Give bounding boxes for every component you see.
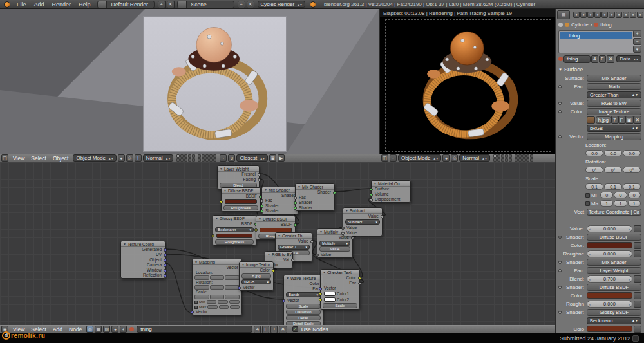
val-input-socket-icon[interactable] [260,199,263,203]
node-mix-shader-3[interactable]: ▼Mix ShaderShaderFacShaderShader [295,183,335,211]
layer-cell[interactable] [530,154,533,158]
camera-view-frame[interactable] [143,16,287,152]
slot-remove-button[interactable]: − [633,38,641,45]
node-diffuse-bsdf-1[interactable]: ▼Diffuse BSDFBSDFRoughness [221,187,261,212]
layer-cell[interactable] [515,154,518,158]
add-scene-button[interactable]: + [238,1,245,8]
prop-menu-16[interactable]: Texture Coordinate | Ca [587,209,641,216]
vec-output-socket-icon[interactable] [164,254,167,257]
menu-select[interactable]: Select [28,155,50,162]
node-header[interactable]: ▼Texture Coord [121,241,165,247]
prop-menu-22[interactable]: Layer Weight [587,267,641,274]
prop-menu-21[interactable]: Mix Shader [587,259,641,266]
node-vector-field[interactable] [225,275,240,280]
vec-input-socket-icon[interactable] [191,311,194,314]
tab-modifiers[interactable]: ● [609,12,615,18]
prop-extra-button[interactable] [634,275,641,283]
layer-cell[interactable] [501,154,504,158]
layer-cell[interactable] [188,154,191,158]
node-minmax-field[interactable] [219,305,229,309]
layer-cell[interactable] [509,158,512,162]
image-name-field[interactable]: h.jpg [596,116,611,124]
prop-menu-24[interactable]: Diffuse BSDF [587,284,641,291]
val-output-socket-icon[interactable] [358,282,361,285]
world-shader-icon[interactable]: ◐ [120,326,127,333]
node-vector-field[interactable] [194,295,209,299]
tab-data[interactable]: ● [616,12,622,18]
val-output-socket-icon[interactable] [310,240,314,243]
render-result-view[interactable]: Elapsed: 00:13.08 | Rendering | Path Tra… [380,9,555,154]
tab-world[interactable]: ● [587,12,594,18]
node-mix-shader-2[interactable]: ▼Mix ShaderShaderFacShaderShader [261,187,299,214]
unlink-button[interactable]: ✕ [607,55,614,63]
node-vector-field[interactable] [210,275,225,280]
orientation-selector[interactable]: Normal ▲▼ [143,154,174,162]
layer-cell[interactable] [180,154,184,158]
layer-cell[interactable] [188,158,191,162]
number-field[interactable]: 0.0 [585,150,603,156]
snap-mode-selector[interactable]: Closest ▲▼ [236,154,268,162]
layer-cell[interactable] [505,154,508,158]
val-output-socket-icon[interactable] [381,215,384,218]
node-dropdown[interactable]: Beckmann▾ [215,227,254,232]
vec-input-socket-icon[interactable] [319,287,322,290]
prop-menu-0[interactable]: Mix Shader [587,75,641,82]
layer-cell[interactable] [176,154,180,158]
color-input-socket-icon[interactable] [211,234,214,237]
layer-cell[interactable] [209,154,213,158]
image-users-badge[interactable]: 7 [611,116,618,124]
vec-output-socket-icon[interactable] [164,269,167,272]
open-image-button[interactable]: ▣ [625,116,634,124]
node-vector-field[interactable] [210,285,225,290]
sh-output-socket-icon[interactable] [333,191,336,194]
mode-selector-right[interactable]: Object Mode ▲▼ [398,154,441,162]
layer-cell[interactable] [526,158,529,162]
node-subtract-8[interactable]: ▼SubtractValueSubtract▾ValueValue [343,207,383,236]
node-vector-field[interactable] [194,275,209,280]
node-field[interactable]: h.jpg [242,273,271,279]
vec-output-socket-icon[interactable] [164,259,167,262]
layer-cell[interactable] [180,158,184,162]
node-vector-field[interactable] [194,285,209,290]
color-input-socket-icon[interactable] [319,298,322,301]
slot-add-button[interactable]: + [633,30,641,37]
breadcrumb-object[interactable]: Cylinde [571,22,589,28]
node-header[interactable]: ▼Material Ou [372,181,410,187]
layer-cell[interactable] [518,158,522,162]
prop-value-slider-26[interactable]: ‹0.000› [587,301,632,308]
layer-cell[interactable] [515,158,518,162]
node-minmax-field[interactable] [229,300,240,304]
prop-dropdown-28[interactable]: Beckmann▲▼ [587,317,641,324]
number-field[interactable]: 1 [600,200,613,207]
bottom-corner-button[interactable] [632,335,639,342]
menu-render[interactable]: Render [48,1,75,8]
node-vector-field[interactable] [210,295,225,299]
min-max-checkbox[interactable] [585,193,590,198]
prop-dropdown-2[interactable]: Greater Than▲▼ [587,91,641,98]
number-field[interactable]: 0° [623,167,641,173]
val-output-socket-icon[interactable] [258,178,261,181]
node-field[interactable]: Scale [323,303,357,308]
val-input-socket-icon[interactable] [341,232,345,235]
layer-cell[interactable] [522,158,526,162]
color-swatch[interactable] [587,326,632,332]
render-anim-icon[interactable]: ▶ [278,154,285,162]
composite-nodes-icon[interactable]: ▦ [95,326,102,333]
tab-render[interactable]: ● [573,12,580,18]
material-slot-selected[interactable]: thing [560,32,632,39]
node-minmax-field[interactable] [207,300,217,304]
node-editor[interactable]: ▼Layer WeightFresnelFacingBlend▼Diffuse … [0,162,555,325]
tab-scene[interactable]: ● [580,12,587,18]
node-material-name-field[interactable]: thing [137,326,252,333]
lock-icon[interactable]: ◦ [220,154,227,162]
node-header[interactable]: ▼Layer Weight [218,166,259,172]
number-field[interactable]: 0.1 [604,183,622,190]
tab-texture[interactable]: ● [630,12,636,18]
orientation-selector-right[interactable]: Normal ▲▼ [459,154,490,162]
viewport-shading-icon[interactable]: ● [118,154,125,162]
slot-specials-button[interactable]: ▾ [633,46,641,53]
menu-object[interactable]: Object [50,155,72,162]
shader-nodes-icon[interactable]: ◍ [86,326,93,333]
color-swatch[interactable] [587,242,632,248]
number-field[interactable]: 0.0 [623,150,641,156]
